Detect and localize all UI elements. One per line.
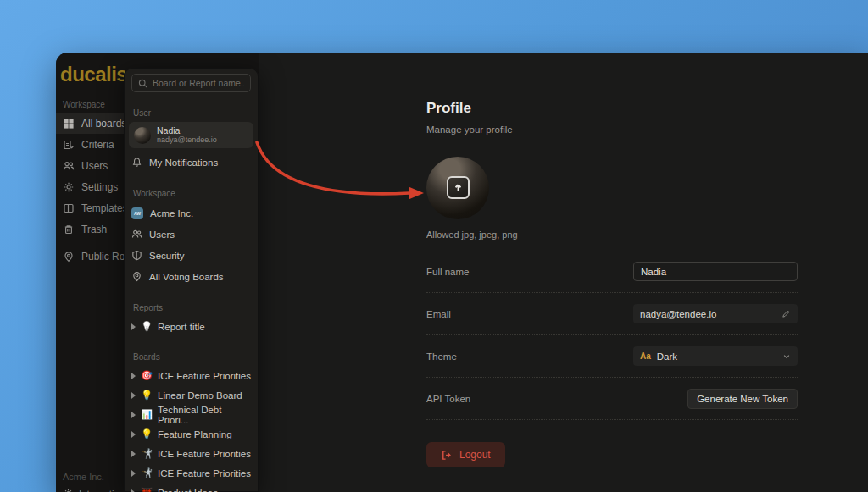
pin-icon xyxy=(63,251,75,263)
sidebar-item-label: Criteria xyxy=(81,139,114,151)
criteria-icon xyxy=(63,139,75,151)
menu-section-workspace: Workspace xyxy=(133,189,249,198)
sidebar-item-label: All boards xyxy=(81,118,126,130)
expand-triangle-icon[interactable] xyxy=(131,470,136,477)
board-label: Product Ideas xyxy=(158,488,218,492)
sidebar-item-label: Templates xyxy=(81,202,128,214)
full-name-label: Full name xyxy=(426,267,470,277)
board-icon: 🤺 xyxy=(141,467,153,478)
expand-triangle-icon[interactable] xyxy=(131,392,136,399)
logout-button[interactable]: Logout xyxy=(426,442,505,467)
board-item[interactable]: 📊 Technical Debt Priori... xyxy=(131,405,251,424)
chevron-down-icon xyxy=(782,352,791,361)
menu-item-label: My Notifications xyxy=(149,158,218,168)
theme-label: Theme xyxy=(426,351,457,362)
shield-icon xyxy=(131,250,142,261)
board-item[interactable]: 💡 Feature Planning xyxy=(131,424,251,444)
board-icon: 📊 xyxy=(141,409,153,420)
menu-section-user: User xyxy=(133,108,249,118)
menu-item-users[interactable]: Users xyxy=(131,224,251,245)
email-label: Email xyxy=(426,309,451,319)
users-icon xyxy=(131,229,142,240)
menu-item-label: Security xyxy=(149,251,185,261)
gear-icon xyxy=(63,181,75,193)
user-avatar xyxy=(134,127,151,144)
full-name-input[interactable] xyxy=(633,262,798,281)
board-label: ICE Feature Priorities xyxy=(158,371,251,381)
report-icon: 💡 xyxy=(141,321,153,332)
page-title: Profile xyxy=(426,100,798,117)
profile-avatar-upload[interactable] xyxy=(426,157,489,219)
workspace-badge: AW xyxy=(131,207,143,219)
board-icon: 💡 xyxy=(141,390,153,401)
board-label: Feature Planning xyxy=(158,429,232,439)
main-content: Profile Manage your profile Allowed jpg,… xyxy=(259,53,868,492)
sidebar-item-label: Settings xyxy=(81,181,118,193)
page-subtitle: Manage your profile xyxy=(426,124,798,135)
expand-triangle-icon[interactable] xyxy=(131,373,136,379)
expand-triangle-icon[interactable] xyxy=(131,489,136,492)
board-label: ICE Feature Priorities xyxy=(158,468,251,478)
search-box[interactable] xyxy=(131,74,251,92)
report-label: Report title xyxy=(158,322,205,332)
board-item[interactable]: 🤺 ICE Feature Priorities xyxy=(131,444,251,463)
logout-label: Logout xyxy=(459,449,491,461)
board-item[interactable]: 🤺 ICE Feature Priorities xyxy=(131,463,251,483)
theme-badge: Aa xyxy=(640,351,651,361)
menu-item-label: Acme Inc. xyxy=(150,208,193,218)
pencil-icon[interactable] xyxy=(782,309,791,318)
board-icon: 💡 xyxy=(141,428,153,439)
menu-section-reports: Reports xyxy=(133,303,249,312)
menu-item-label: All Voting Boards xyxy=(149,272,224,282)
menu-item-acme[interactable]: AW Acme Inc. xyxy=(131,202,251,224)
sidebar-item-label: Trash xyxy=(81,224,107,235)
user-info: Nadia nadya@tendee.io xyxy=(157,125,217,145)
menu-item-security[interactable]: Security xyxy=(131,245,251,266)
board-icon: 🎯 xyxy=(141,370,153,381)
report-item[interactable]: 💡 Report title xyxy=(131,317,251,336)
gear-icon xyxy=(63,488,74,492)
menu-item-label: Users xyxy=(149,229,175,240)
board-label: Linear Demo Board xyxy=(158,390,242,401)
expand-triangle-icon[interactable] xyxy=(131,323,136,330)
menu-section-boards: Boards xyxy=(133,352,249,362)
search-icon xyxy=(138,79,147,88)
trash-icon xyxy=(63,224,75,235)
board-item[interactable]: ⛩️ Product Ideas xyxy=(131,483,251,492)
board-item[interactable]: 🎯 ICE Feature Priorities xyxy=(131,366,251,385)
logout-icon xyxy=(441,450,452,461)
grid-icon xyxy=(63,118,75,130)
api-token-row: API Token Generate New Token xyxy=(426,378,798,420)
search-input[interactable] xyxy=(153,78,244,88)
menu-item-all-voting-boards[interactable]: All Voting Boards xyxy=(131,266,251,287)
board-icon: ⛩️ xyxy=(141,487,153,492)
expand-triangle-icon[interactable] xyxy=(131,431,136,438)
app-window: ducalis Workspace All boards Criteria Us… xyxy=(56,53,868,492)
users-icon xyxy=(63,160,75,172)
user-menu-item[interactable]: Nadia nadya@tendee.io xyxy=(129,122,253,148)
my-notifications-item[interactable]: My Notifications xyxy=(131,152,251,173)
upload-icon xyxy=(447,176,470,199)
user-email: nadya@tendee.io xyxy=(157,135,217,145)
board-item[interactable]: 💡 Linear Demo Board xyxy=(131,385,251,405)
theme-value: Dark xyxy=(657,351,776,362)
email-row: Email nadya@tendee.io xyxy=(426,293,798,335)
theme-select[interactable]: Aa Dark xyxy=(633,346,798,366)
avatar-hint: Allowed jpg, jpeg, png xyxy=(426,229,798,240)
theme-row: Theme Aa Dark xyxy=(426,335,798,378)
api-token-label: API Token xyxy=(426,394,470,404)
profile-form: Full name Email nadya@tendee.io Theme Aa… xyxy=(426,251,798,420)
board-label: ICE Feature Priorities xyxy=(158,449,251,459)
email-field[interactable]: nadya@tendee.io xyxy=(633,304,798,323)
templates-icon xyxy=(63,202,75,214)
expand-triangle-icon[interactable] xyxy=(131,412,136,418)
email-value: nadya@tendee.io xyxy=(640,309,716,319)
board-label: Technical Debt Priori... xyxy=(158,405,251,425)
sidebar-item-label: Users xyxy=(81,160,108,172)
bell-icon xyxy=(131,157,142,168)
expand-triangle-icon[interactable] xyxy=(131,451,136,457)
board-icon: 🤺 xyxy=(141,448,153,459)
generate-token-button[interactable]: Generate New Token xyxy=(687,389,798,409)
navigation-menu-panel: User Nadia nadya@tendee.io My Notificati… xyxy=(124,68,259,492)
user-name: Nadia xyxy=(157,125,217,135)
